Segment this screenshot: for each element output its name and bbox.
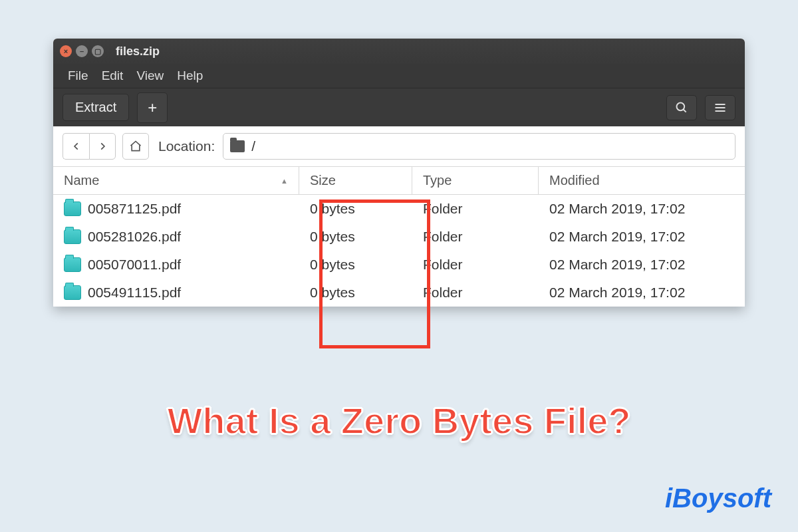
close-icon[interactable]: × [60, 45, 72, 57]
menu-help[interactable]: Help [172, 66, 208, 86]
location-path: / [251, 138, 255, 154]
table-row[interactable]: 005281026.pdf 0 bytes Folder 02 March 20… [53, 223, 745, 251]
search-icon [675, 101, 688, 114]
header-size[interactable]: Size [299, 167, 412, 194]
search-button[interactable] [666, 95, 697, 120]
file-name: 005281026.pdf [88, 229, 181, 245]
sort-indicator-icon: ▲ [281, 177, 288, 185]
file-list: Name ▲ Size Type Modified 005871125.pdf … [53, 166, 745, 307]
chevron-left-icon [72, 142, 81, 151]
file-type: Folder [423, 201, 463, 217]
folder-icon [64, 201, 81, 216]
add-button[interactable]: + [137, 92, 168, 123]
file-name: 005070011.pdf [88, 257, 181, 273]
svg-point-0 [677, 102, 685, 110]
location-input[interactable]: / [223, 133, 735, 160]
file-type: Folder [423, 285, 463, 301]
menubar: File Edit View Help [53, 64, 745, 88]
location-bar: Location: / [53, 126, 745, 166]
file-type: Folder [423, 257, 463, 273]
file-size: 0 bytes [310, 229, 355, 245]
folder-icon [230, 140, 245, 152]
menu-view[interactable]: View [131, 66, 169, 86]
archive-manager-window: × – ▢ files.zip File Edit View Help Extr… [53, 39, 745, 307]
back-button[interactable] [63, 133, 89, 160]
folder-icon [64, 285, 81, 300]
forward-button[interactable] [89, 133, 116, 160]
file-modified: 02 March 2019, 17:02 [549, 285, 685, 301]
header-name[interactable]: Name ▲ [53, 167, 299, 194]
column-headers: Name ▲ Size Type Modified [53, 167, 745, 195]
file-modified: 02 March 2019, 17:02 [549, 201, 685, 217]
menu-edit[interactable]: Edit [96, 66, 129, 86]
home-button[interactable] [122, 133, 149, 160]
titlebar[interactable]: × – ▢ files.zip [53, 39, 745, 64]
nav-buttons [63, 133, 116, 160]
file-size: 0 bytes [310, 201, 355, 217]
menu-button[interactable] [705, 95, 735, 120]
table-row[interactable]: 005491115.pdf 0 bytes Folder 02 March 20… [53, 279, 745, 307]
toolbar: Extract + [53, 88, 745, 126]
extract-button[interactable]: Extract [63, 94, 129, 121]
table-row[interactable]: 005871125.pdf 0 bytes Folder 02 March 20… [53, 195, 745, 223]
caption-text: What Is a Zero Bytes File? [0, 399, 798, 442]
header-modified[interactable]: Modified [539, 167, 745, 194]
maximize-icon[interactable]: ▢ [92, 45, 104, 57]
menu-file[interactable]: File [63, 66, 94, 86]
file-modified: 02 March 2019, 17:02 [549, 229, 685, 245]
chevron-right-icon [98, 142, 107, 151]
svg-line-1 [684, 109, 686, 112]
file-name: 005871125.pdf [88, 201, 181, 217]
window-controls: × – ▢ [60, 45, 104, 57]
brand-logo: iBoysoft [665, 483, 771, 513]
file-name: 005491115.pdf [88, 285, 181, 301]
header-type[interactable]: Type [412, 167, 539, 194]
window-title: files.zip [116, 45, 160, 59]
file-size: 0 bytes [310, 285, 355, 301]
folder-icon [64, 257, 81, 272]
location-label: Location: [158, 138, 215, 154]
file-type: Folder [423, 229, 463, 245]
minimize-icon[interactable]: – [76, 45, 88, 57]
home-icon [129, 140, 142, 153]
file-size: 0 bytes [310, 257, 355, 273]
table-row[interactable]: 005070011.pdf 0 bytes Folder 02 March 20… [53, 251, 745, 279]
file-modified: 02 March 2019, 17:02 [549, 257, 685, 273]
hamburger-icon [714, 101, 727, 114]
folder-icon [64, 229, 81, 244]
